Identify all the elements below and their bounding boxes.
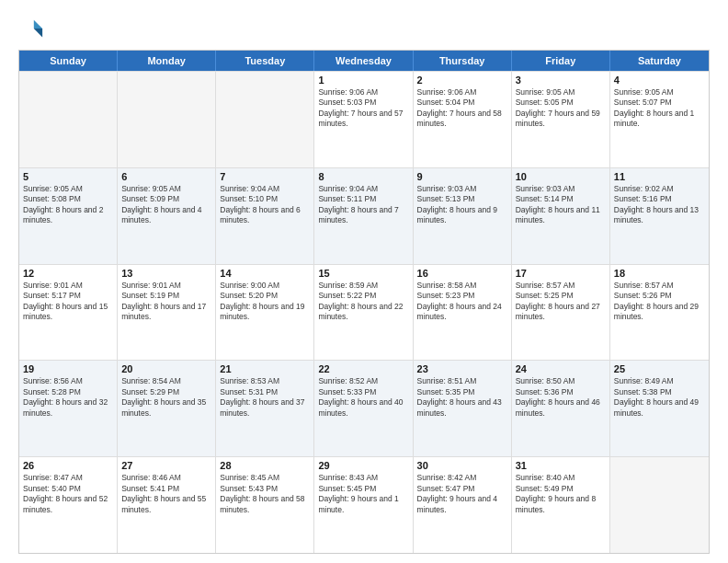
day-number: 16 bbox=[417, 268, 507, 279]
cal-cell-26: 26 Sunrise: 8:47 AMSunset: 5:40 PMDaylig… bbox=[19, 457, 118, 553]
day-number: 11 bbox=[614, 171, 705, 182]
page: SundayMondayTuesdayWednesdayThursdayFrid… bbox=[0, 0, 728, 563]
cal-cell-empty-1 bbox=[118, 72, 216, 167]
cal-cell-9: 9 Sunrise: 9:03 AMSunset: 5:13 PMDayligh… bbox=[414, 168, 512, 264]
day-number: 5 bbox=[23, 171, 113, 182]
day-number: 8 bbox=[318, 171, 408, 182]
top-section bbox=[18, 17, 710, 42]
cell-info: Sunrise: 8:52 AMSunset: 5:33 PMDaylight:… bbox=[318, 376, 408, 419]
day-number: 17 bbox=[516, 268, 606, 279]
calendar-body: 1 Sunrise: 9:06 AMSunset: 5:03 PMDayligh… bbox=[19, 71, 709, 553]
cal-cell-2: 2 Sunrise: 9:06 AMSunset: 5:04 PMDayligh… bbox=[414, 72, 512, 167]
cal-cell-14: 14 Sunrise: 9:00 AMSunset: 5:20 PMDaylig… bbox=[216, 265, 314, 361]
header-cell-wednesday: Wednesday bbox=[314, 51, 413, 71]
cal-cell-27: 27 Sunrise: 8:46 AMSunset: 5:41 PMDaylig… bbox=[118, 457, 216, 553]
calendar-header: SundayMondayTuesdayWednesdayThursdayFrid… bbox=[19, 51, 709, 71]
cal-cell-15: 15 Sunrise: 8:59 AMSunset: 5:22 PMDaylig… bbox=[314, 265, 413, 361]
cell-info: Sunrise: 9:05 AMSunset: 5:09 PMDaylight:… bbox=[121, 184, 211, 226]
cal-cell-3: 3 Sunrise: 9:05 AMSunset: 5:05 PMDayligh… bbox=[512, 72, 610, 167]
cal-cell-empty-2 bbox=[216, 72, 314, 167]
cell-info: Sunrise: 8:54 AMSunset: 5:29 PMDaylight:… bbox=[121, 376, 211, 419]
calendar: SundayMondayTuesdayWednesdayThursdayFrid… bbox=[18, 50, 710, 554]
cal-cell-30: 30 Sunrise: 8:42 AMSunset: 5:47 PMDaylig… bbox=[414, 457, 512, 553]
cal-cell-16: 16 Sunrise: 8:58 AMSunset: 5:23 PMDaylig… bbox=[414, 265, 512, 361]
calendar-row-2: 5 Sunrise: 9:05 AMSunset: 5:08 PMDayligh… bbox=[19, 167, 709, 264]
cell-info: Sunrise: 9:04 AMSunset: 5:11 PMDaylight:… bbox=[318, 184, 408, 226]
cal-cell-22: 22 Sunrise: 8:52 AMSunset: 5:33 PMDaylig… bbox=[314, 361, 413, 456]
cal-cell-23: 23 Sunrise: 8:51 AMSunset: 5:35 PMDaylig… bbox=[414, 361, 512, 456]
svg-marker-1 bbox=[34, 29, 42, 37]
day-number: 30 bbox=[417, 460, 507, 471]
cal-cell-1: 1 Sunrise: 9:06 AMSunset: 5:03 PMDayligh… bbox=[314, 72, 413, 167]
cell-info: Sunrise: 8:47 AMSunset: 5:40 PMDaylight:… bbox=[23, 473, 113, 515]
cell-info: Sunrise: 9:03 AMSunset: 5:14 PMDaylight:… bbox=[516, 184, 606, 226]
cal-cell-10: 10 Sunrise: 9:03 AMSunset: 5:14 PMDaylig… bbox=[512, 168, 610, 264]
day-number: 18 bbox=[614, 268, 705, 279]
cal-cell-empty-0 bbox=[19, 72, 118, 167]
cal-cell-13: 13 Sunrise: 9:01 AMSunset: 5:19 PMDaylig… bbox=[118, 265, 216, 361]
cal-cell-empty-6 bbox=[610, 457, 709, 553]
cal-cell-19: 19 Sunrise: 8:56 AMSunset: 5:28 PMDaylig… bbox=[19, 361, 118, 456]
calendar-row-1: 1 Sunrise: 9:06 AMSunset: 5:03 PMDayligh… bbox=[19, 71, 709, 167]
cal-cell-17: 17 Sunrise: 8:57 AMSunset: 5:25 PMDaylig… bbox=[512, 265, 610, 361]
cell-info: Sunrise: 8:53 AMSunset: 5:31 PMDaylight:… bbox=[220, 376, 310, 419]
day-number: 4 bbox=[614, 75, 705, 86]
day-number: 24 bbox=[516, 363, 606, 374]
day-number: 26 bbox=[23, 460, 113, 471]
logo bbox=[18, 17, 48, 42]
cal-cell-24: 24 Sunrise: 8:50 AMSunset: 5:36 PMDaylig… bbox=[512, 361, 610, 456]
cal-cell-18: 18 Sunrise: 8:57 AMSunset: 5:26 PMDaylig… bbox=[610, 265, 709, 361]
header-cell-sunday: Sunday bbox=[19, 51, 118, 71]
day-number: 31 bbox=[516, 460, 606, 471]
cell-info: Sunrise: 8:42 AMSunset: 5:47 PMDaylight:… bbox=[417, 473, 507, 515]
cell-info: Sunrise: 9:01 AMSunset: 5:19 PMDaylight:… bbox=[121, 281, 211, 323]
day-number: 22 bbox=[318, 363, 408, 374]
cal-cell-7: 7 Sunrise: 9:04 AMSunset: 5:10 PMDayligh… bbox=[216, 168, 314, 264]
cell-info: Sunrise: 9:05 AMSunset: 5:07 PMDaylight:… bbox=[614, 87, 705, 130]
cell-info: Sunrise: 8:49 AMSunset: 5:38 PMDaylight:… bbox=[614, 376, 705, 419]
cell-info: Sunrise: 9:00 AMSunset: 5:20 PMDaylight:… bbox=[220, 281, 310, 323]
day-number: 29 bbox=[318, 460, 408, 471]
calendar-row-5: 26 Sunrise: 8:47 AMSunset: 5:40 PMDaylig… bbox=[19, 456, 709, 553]
cell-info: Sunrise: 9:04 AMSunset: 5:10 PMDaylight:… bbox=[220, 184, 310, 226]
day-number: 12 bbox=[23, 268, 113, 279]
cell-info: Sunrise: 8:58 AMSunset: 5:23 PMDaylight:… bbox=[417, 281, 507, 323]
day-number: 20 bbox=[121, 363, 211, 374]
cell-info: Sunrise: 9:01 AMSunset: 5:17 PMDaylight:… bbox=[23, 281, 113, 323]
day-number: 15 bbox=[318, 268, 408, 279]
cal-cell-4: 4 Sunrise: 9:05 AMSunset: 5:07 PMDayligh… bbox=[610, 72, 709, 167]
day-number: 23 bbox=[417, 363, 507, 374]
day-number: 2 bbox=[417, 75, 507, 86]
cell-info: Sunrise: 8:56 AMSunset: 5:28 PMDaylight:… bbox=[23, 376, 113, 419]
svg-marker-0 bbox=[34, 20, 42, 29]
cell-info: Sunrise: 8:59 AMSunset: 5:22 PMDaylight:… bbox=[318, 281, 408, 323]
cell-info: Sunrise: 9:05 AMSunset: 5:05 PMDaylight:… bbox=[516, 87, 606, 130]
cell-info: Sunrise: 9:03 AMSunset: 5:13 PMDaylight:… bbox=[417, 184, 507, 226]
calendar-row-3: 12 Sunrise: 9:01 AMSunset: 5:17 PMDaylig… bbox=[19, 264, 709, 361]
cell-info: Sunrise: 9:06 AMSunset: 5:03 PMDaylight:… bbox=[318, 87, 408, 130]
day-number: 1 bbox=[318, 75, 408, 86]
cal-cell-6: 6 Sunrise: 9:05 AMSunset: 5:09 PMDayligh… bbox=[118, 168, 216, 264]
day-number: 7 bbox=[220, 171, 310, 182]
cell-info: Sunrise: 8:46 AMSunset: 5:41 PMDaylight:… bbox=[121, 473, 211, 515]
day-number: 25 bbox=[614, 363, 705, 374]
cell-info: Sunrise: 8:57 AMSunset: 5:25 PMDaylight:… bbox=[516, 281, 606, 323]
cell-info: Sunrise: 8:43 AMSunset: 5:45 PMDaylight:… bbox=[318, 473, 408, 515]
cell-info: Sunrise: 9:05 AMSunset: 5:08 PMDaylight:… bbox=[23, 184, 113, 226]
cell-info: Sunrise: 8:51 AMSunset: 5:35 PMDaylight:… bbox=[417, 376, 507, 419]
logo-icon bbox=[18, 17, 44, 42]
cell-info: Sunrise: 8:50 AMSunset: 5:36 PMDaylight:… bbox=[516, 376, 606, 419]
header-cell-monday: Monday bbox=[118, 51, 216, 71]
cell-info: Sunrise: 8:57 AMSunset: 5:26 PMDaylight:… bbox=[614, 281, 705, 323]
calendar-row-4: 19 Sunrise: 8:56 AMSunset: 5:28 PMDaylig… bbox=[19, 360, 709, 456]
header-cell-thursday: Thursday bbox=[414, 51, 512, 71]
cell-info: Sunrise: 8:45 AMSunset: 5:43 PMDaylight:… bbox=[220, 473, 310, 515]
cal-cell-25: 25 Sunrise: 8:49 AMSunset: 5:38 PMDaylig… bbox=[610, 361, 709, 456]
day-number: 13 bbox=[121, 268, 211, 279]
cal-cell-21: 21 Sunrise: 8:53 AMSunset: 5:31 PMDaylig… bbox=[216, 361, 314, 456]
day-number: 10 bbox=[516, 171, 606, 182]
day-number: 6 bbox=[121, 171, 211, 182]
cal-cell-11: 11 Sunrise: 9:02 AMSunset: 5:16 PMDaylig… bbox=[610, 168, 709, 264]
cal-cell-5: 5 Sunrise: 9:05 AMSunset: 5:08 PMDayligh… bbox=[19, 168, 118, 264]
day-number: 28 bbox=[220, 460, 310, 471]
